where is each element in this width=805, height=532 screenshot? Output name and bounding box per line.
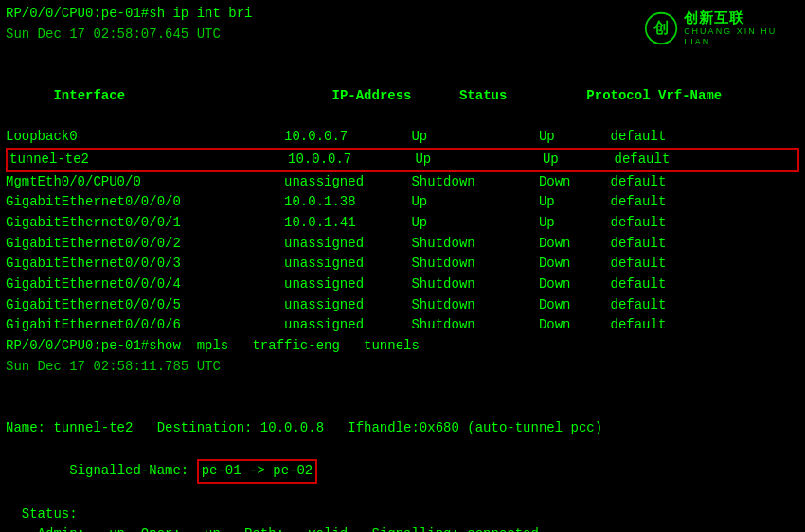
table-row: Loopback0 10.0.0.7 Up Up default: [6, 127, 799, 148]
admin-line: Admin: up Oper: up Path: valid Signallin…: [6, 524, 799, 532]
col-ip: IP-Address: [331, 88, 411, 103]
table-row: GigabitEthernet0/0/0/2 unassigned Shutdo…: [6, 234, 799, 255]
table-row: GigabitEthernet0/0/0/1 10.0.1.41 Up Up d…: [6, 213, 799, 234]
table-row: MgmtEth0/0/CPU0/0 unassigned Shutdown Do…: [6, 172, 799, 193]
table-row: GigabitEthernet0/0/0/3 unassigned Shutdo…: [6, 254, 799, 275]
tunnel-row-container: tunnel-te2 10.0.0.7 Up Up default: [6, 148, 799, 172]
table-header: Interface IP-Address Status Protocol Vrf…: [6, 65, 799, 127]
logo-sub: CHUANG XIN HU LIAN: [684, 27, 796, 47]
logo-main: 创新互联: [684, 9, 796, 27]
table-row: GigabitEthernet0/0/0/0 10.0.1.38 Up Up d…: [6, 192, 799, 213]
col-interface: Interface: [53, 88, 125, 103]
tunnel-row: tunnel-te2 10.0.0.7 Up Up default: [6, 148, 799, 172]
col-vrf: Vrf-Name: [658, 88, 722, 103]
signalled-label: Signalled-Name:: [53, 463, 196, 478]
logo: 创 创新互联 CHUANG XIN HU LIAN: [644, 2, 796, 54]
svg-text:创: 创: [653, 20, 669, 37]
date-line-2: Sun Dec 17 02:58:11.785 UTC: [6, 357, 799, 378]
terminal: 创 创新互联 CHUANG XIN HU LIAN RP/0/0/CPU0:pe…: [0, 0, 805, 532]
command-line-2: RP/0/0/CPU0:pe-01#show mpls traffic-eng …: [6, 336, 799, 357]
col-status: Status: [459, 88, 507, 103]
col-protocol: Protocol: [586, 88, 650, 103]
tunnel-info-line: Name: tunnel-te2 Destination: 10.0.0.8 I…: [6, 418, 799, 439]
logo-icon: 创: [644, 9, 678, 47]
blank-2: [6, 377, 799, 398]
logo-text: 创新互联 CHUANG XIN HU LIAN: [684, 9, 796, 47]
table-row: GigabitEthernet0/0/0/6 unassigned Shutdo…: [6, 315, 799, 336]
signalled-line: Signalled-Name: pe-01 -> pe-02: [6, 438, 799, 504]
terminal-content: RP/0/0/CPU0:pe-01#sh ip int bri Sun Dec …: [6, 4, 799, 532]
table-row: GigabitEthernet0/0/0/4 unassigned Shutdo…: [6, 275, 799, 295]
table-row: GigabitEthernet0/0/0/5 unassigned Shutdo…: [6, 295, 799, 316]
blank-3: [6, 398, 799, 418]
status-line: Status:: [6, 505, 799, 525]
signalled-value: pe-01 -> pe-02: [197, 459, 318, 484]
